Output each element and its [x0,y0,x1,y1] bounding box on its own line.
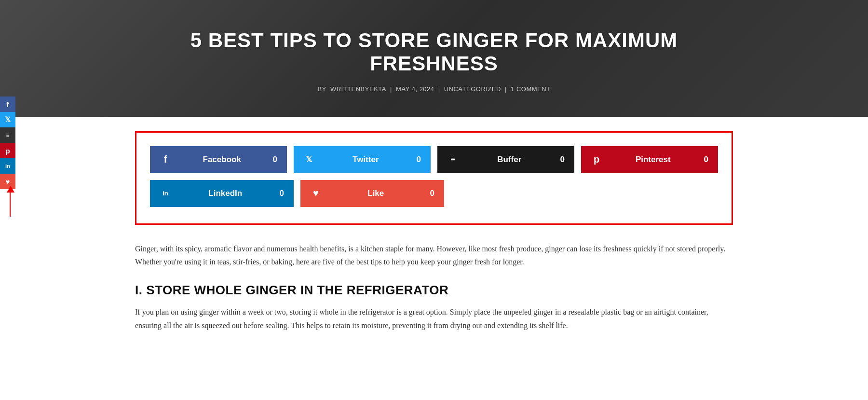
share-twitter-button[interactable]: 𝕏 Twitter 0 [294,146,431,173]
twitter-icon: 𝕏 [5,115,11,124]
meta-by: BY [317,85,326,93]
twitter-share-label: Twitter [322,155,410,165]
sidebar-twitter-button[interactable]: 𝕏 [0,112,15,127]
meta-date: MAY 4, 2024 [396,85,434,93]
pinterest-icon: p [5,147,10,155]
pinterest-share-label: Pinterest [609,155,697,165]
linkedin-share-icon: in [160,190,171,197]
pinterest-share-count: 0 [704,155,708,165]
meta-category: UNCATEGORIZED [444,85,501,93]
buffer-share-label: Buffer [465,155,554,165]
meta-sep2: | [438,85,440,93]
twitter-share-count: 0 [417,155,421,165]
buffer-share-icon: ≡ [447,155,459,164]
sidebar-linkedin-button[interactable]: in [0,158,15,174]
meta-sep3: | [505,85,507,93]
twitter-share-icon: 𝕏 [303,154,315,165]
facebook-share-count: 0 [273,155,277,165]
linkedin-share-label: LinkedIn [178,189,273,198]
share-buffer-button[interactable]: ≡ Buffer 0 [437,146,574,173]
linkedin-share-count: 0 [280,189,284,198]
love-share-icon: ♥ [310,188,322,199]
linkedin-icon: in [5,163,10,169]
share-love-button[interactable]: ♥ Like 0 [300,180,444,207]
pinterest-share-icon: p [591,154,602,165]
arrow-line [10,193,11,217]
share-facebook-button[interactable]: f Facebook 0 [150,146,287,173]
sidebar-buffer-button[interactable]: ≡ [0,127,15,143]
love-share-label: Like [328,189,423,198]
hero-section: 5 Best Tips to Store Ginger for Maximum … [0,0,868,117]
love-share-count: 0 [430,189,434,198]
share-pinterest-button[interactable]: p Pinterest 0 [581,146,718,173]
page-title: 5 Best Tips to Store Ginger for Maximum … [145,29,723,76]
sidebar-pinterest-button[interactable]: p [0,143,15,158]
section-1-heading: I. Store Whole Ginger in the Refrigerato… [135,283,733,298]
sidebar-facebook-button[interactable]: f [0,97,15,112]
love-icon: ♥ [6,178,10,186]
arrow-annotation [5,186,14,217]
sidebar-love-button[interactable]: ♥ [0,174,15,189]
facebook-share-icon: f [160,154,171,165]
share-row-1: f Facebook 0 𝕏 Twitter 0 ≡ Buffer 0 p Pi… [150,146,718,173]
facebook-share-label: Facebook [178,155,266,165]
buffer-share-count: 0 [560,155,565,165]
post-meta: BY WRITTENBYEKTA | MAY 4, 2024 | UNCATEG… [316,85,551,93]
share-linkedin-button[interactable]: in LinkedIn 0 [150,180,294,207]
share-box: f Facebook 0 𝕏 Twitter 0 ≡ Buffer 0 p Pi… [135,131,733,225]
social-sidebar: f 𝕏 ≡ p in ♥ [0,97,15,189]
section-1-body: If you plan on using ginger within a wee… [135,305,733,332]
meta-comments: 1 COMMENT [511,85,551,93]
article-intro: Ginger, with its spicy, aromatic flavor … [135,242,733,268]
share-row-2: in LinkedIn 0 ♥ Like 0 [150,180,718,207]
main-content: f Facebook 0 𝕏 Twitter 0 ≡ Buffer 0 p Pi… [87,117,781,347]
meta-author: WRITTENBYEKTA [330,85,386,93]
facebook-icon: f [7,100,9,109]
buffer-icon: ≡ [6,132,9,138]
meta-sep1: | [390,85,392,93]
